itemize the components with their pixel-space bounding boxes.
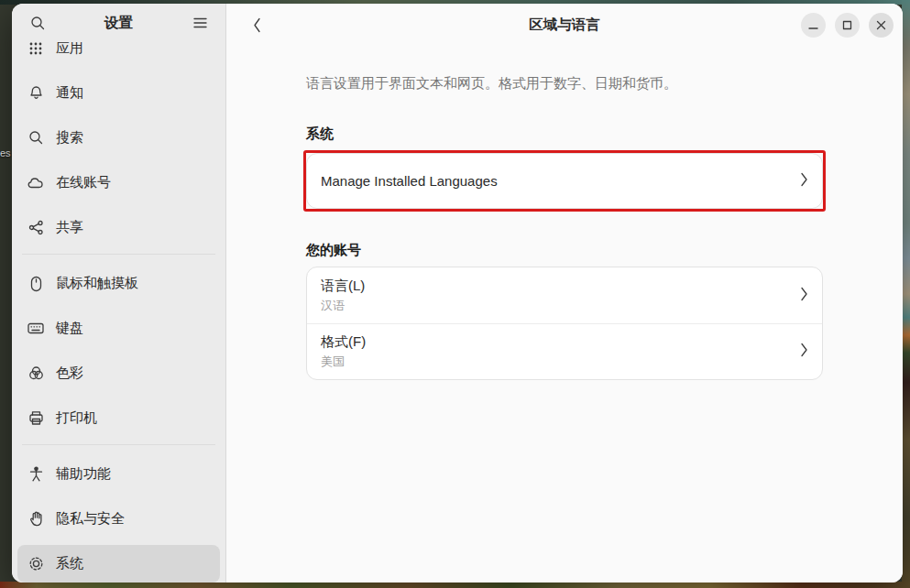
sidebar-item-notifications[interactable]: 通知: [17, 74, 220, 112]
accessibility-icon: [27, 466, 44, 483]
sidebar-item-label: 通知: [56, 84, 83, 102]
back-chevron-icon[interactable]: [243, 11, 270, 38]
sidebar-item-mouse-touchpad[interactable]: 鼠标和触摸板: [17, 265, 220, 302]
sidebar-item-label: 键盘: [56, 320, 83, 337]
window-controls: [801, 13, 894, 38]
sidebar-separator: [22, 444, 215, 445]
chevron-right-icon: [800, 343, 808, 361]
language-row[interactable]: 语言(L) 汉语: [307, 267, 822, 323]
main-header: 区域与语言: [226, 4, 903, 46]
share-icon: [27, 220, 44, 236]
row-label: Manage Installed Languages: [321, 173, 498, 189]
gear-icon: [27, 556, 44, 572]
row-value: 美国: [321, 354, 800, 370]
annotation-highlight-box: Manage Installed Languages: [303, 150, 826, 212]
sidebar-item-label: 隐私与安全: [56, 510, 125, 528]
sidebar-item-label: 在线账号: [56, 174, 111, 191]
apps-grid-icon: [27, 42, 44, 57]
manage-installed-languages-row[interactable]: Manage Installed Languages: [307, 154, 822, 208]
sidebar-item-label: 系统: [56, 555, 83, 572]
keyboard-icon: [27, 321, 44, 337]
chevron-right-icon: [800, 287, 808, 305]
sidebar-item-system[interactable]: 系统: [17, 545, 220, 583]
sidebar-item-color[interactable]: 色彩: [17, 354, 220, 392]
sidebar-item-label: 打印机: [56, 409, 97, 427]
hand-icon: [27, 511, 44, 528]
chevron-right-icon: [800, 172, 808, 191]
sidebar-item-label: 应用: [56, 42, 83, 57]
sidebar-item-label: 鼠标和触摸板: [56, 275, 138, 292]
close-icon[interactable]: [869, 13, 894, 38]
printer-icon: [27, 410, 44, 427]
region-language-content: 语言设置用于界面文本和网页。格式用于数字、日期和货币。 系统 Manage In…: [306, 46, 823, 380]
color-wheel-icon: [27, 365, 44, 382]
sidebar-header: 设置: [12, 4, 225, 42]
sidebar-item-keyboard[interactable]: 键盘: [17, 310, 220, 347]
row-label: 语言(L): [321, 278, 800, 295]
sidebar: 设置 应用 通知 搜: [12, 4, 226, 583]
system-card: Manage Installed Languages: [306, 153, 823, 209]
bell-icon: [27, 85, 44, 102]
sidebar-item-label: 色彩: [56, 365, 83, 382]
sidebar-item-sharing[interactable]: 共享: [17, 209, 220, 246]
desktop-wallpaper-left: [0, 0, 13, 588]
mouse-icon: [27, 276, 44, 292]
row-value: 汉语: [321, 298, 800, 314]
sidebar-item-label: 辅助功能: [56, 465, 111, 483]
search-icon: [27, 130, 44, 147]
page-description: 语言设置用于界面文本和网页。格式用于数字、日期和货币。: [306, 73, 823, 93]
minimize-icon[interactable]: [801, 13, 826, 38]
desktop-icon-label-fragment: es: [0, 147, 11, 158]
row-label: 格式(F): [321, 333, 800, 351]
sidebar-item-apps[interactable]: 应用: [17, 42, 220, 67]
sidebar-item-label: 共享: [56, 219, 83, 236]
sidebar-item-accessibility[interactable]: 辅助功能: [17, 455, 220, 493]
sidebar-item-online-accounts[interactable]: 在线账号: [17, 164, 220, 201]
search-icon[interactable]: [24, 9, 51, 37]
section-title-system: 系统: [306, 125, 823, 143]
sidebar-item-search[interactable]: 搜索: [17, 119, 220, 157]
sidebar-list: 应用 通知 搜索 在线账号: [12, 42, 225, 583]
formats-row[interactable]: 格式(F) 美国: [307, 323, 822, 379]
section-title-your-account: 您的账号: [306, 242, 823, 259]
main-panel: 区域与语言 语言设置用于界面文本和网页。格式用于数字、日期和货币。 系统: [226, 4, 903, 583]
sidebar-item-label: 搜索: [56, 129, 83, 147]
account-card: 语言(L) 汉语 格式(F) 美国: [306, 267, 823, 380]
maximize-icon[interactable]: [835, 13, 860, 38]
sidebar-separator: [22, 254, 215, 255]
cloud-icon: [27, 175, 44, 191]
sidebar-item-printers[interactable]: 打印机: [17, 399, 220, 437]
desktop-wallpaper-right: [902, 0, 910, 588]
desktop-wallpaper-bottom: [0, 582, 910, 588]
hamburger-menu-icon[interactable]: [186, 9, 214, 37]
sidebar-item-privacy-security[interactable]: 隐私与安全: [17, 500, 220, 538]
settings-window: 设置 应用 通知 搜: [12, 4, 903, 583]
